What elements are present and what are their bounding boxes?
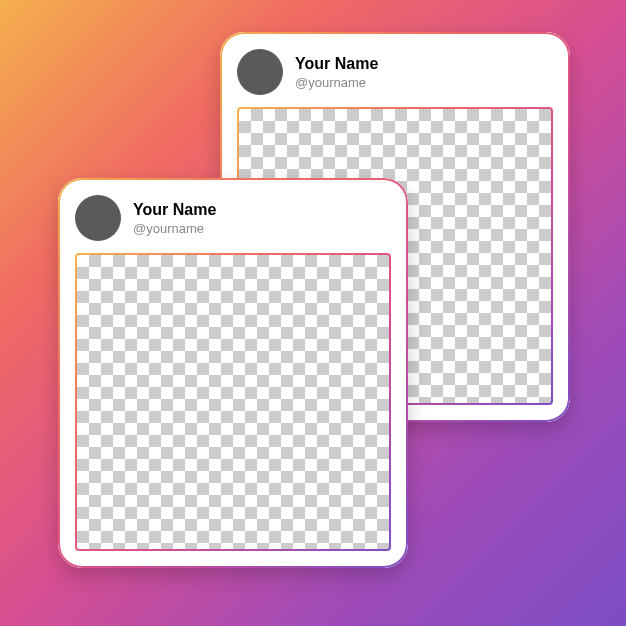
- user-handle: @yourname: [295, 75, 378, 90]
- user-info: Your Name @yourname: [295, 55, 378, 90]
- user-info: Your Name @yourname: [133, 201, 216, 236]
- display-name: Your Name: [133, 201, 216, 219]
- image-placeholder: [77, 255, 389, 549]
- post-card-front: Your Name @yourname: [58, 178, 408, 568]
- card-header: Your Name @yourname: [237, 49, 553, 107]
- card-header: Your Name @yourname: [75, 195, 391, 253]
- user-handle: @yourname: [133, 221, 216, 236]
- card-inner: Your Name @yourname: [61, 181, 405, 565]
- avatar-placeholder: [237, 49, 283, 95]
- avatar-placeholder: [75, 195, 121, 241]
- display-name: Your Name: [295, 55, 378, 73]
- image-frame: [75, 253, 391, 551]
